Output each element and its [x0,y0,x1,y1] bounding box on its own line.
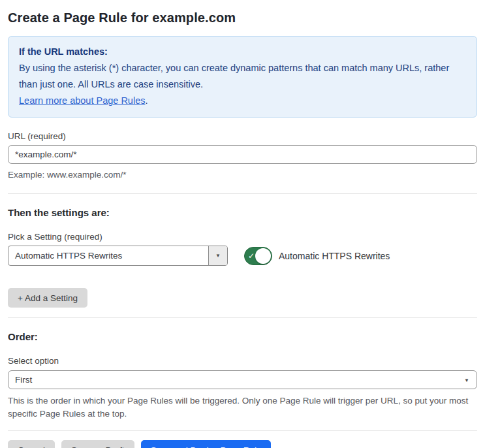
order-section-heading: Order: [8,331,477,342]
setting-dropdown[interactable]: Automatic HTTPS Rewrites ▼ [8,246,228,266]
check-icon: ✓ [248,251,255,260]
setting-dropdown-value: Automatic HTTPS Rewrites [8,246,208,265]
chevron-down-icon: ▼ [464,377,469,383]
pick-setting-label: Pick a Setting (required) [8,232,477,242]
order-select-label: Select option [8,356,477,366]
toggle-label: Automatic HTTPS Rewrites [279,251,390,261]
url-field-label: URL (required) [8,131,477,141]
url-example-helper: Example: www.example.com/* [8,168,477,182]
info-box-body: By using the asterisk (*) character, you… [19,60,466,93]
page-title: Create a Page Rule for example.com [8,10,477,25]
setting-controls-row: Automatic HTTPS Rewrites ▼ ✓ Automatic H… [8,246,477,266]
add-setting-button[interactable]: + Add a Setting [8,288,87,308]
save-and-deploy-button[interactable]: Save and Deploy Page Rule [141,440,272,448]
url-input[interactable] [8,145,477,164]
url-matches-info-box: If the URL matches: By using the asteris… [8,36,477,118]
settings-section-heading: Then the settings are: [8,207,477,218]
info-box-link-line: Learn more about Page Rules. [19,93,466,109]
divider [8,193,477,194]
automatic-https-rewrites-toggle[interactable]: ✓ [244,247,272,265]
toggle-knob [255,248,271,264]
info-box-heading: If the URL matches: [19,44,466,60]
save-as-draft-button[interactable]: Save as Draft [61,440,134,448]
link-suffix: . [145,95,148,106]
order-select-value: First [15,375,32,385]
divider [8,430,477,431]
divider [8,317,477,318]
chevron-down-icon: ▼ [215,253,221,259]
footer-actions: Cancel Save as Draft Save and Deploy Pag… [8,440,477,448]
create-page-rule-form: Create a Page Rule for example.com If th… [0,0,485,448]
order-helper-text: This is the order in which your Page Rul… [8,394,477,421]
order-select[interactable]: First ▼ [8,370,477,389]
dropdown-caret-button[interactable]: ▼ [208,246,227,265]
learn-more-link[interactable]: Learn more about Page Rules [19,95,145,106]
cancel-button[interactable]: Cancel [8,440,55,448]
